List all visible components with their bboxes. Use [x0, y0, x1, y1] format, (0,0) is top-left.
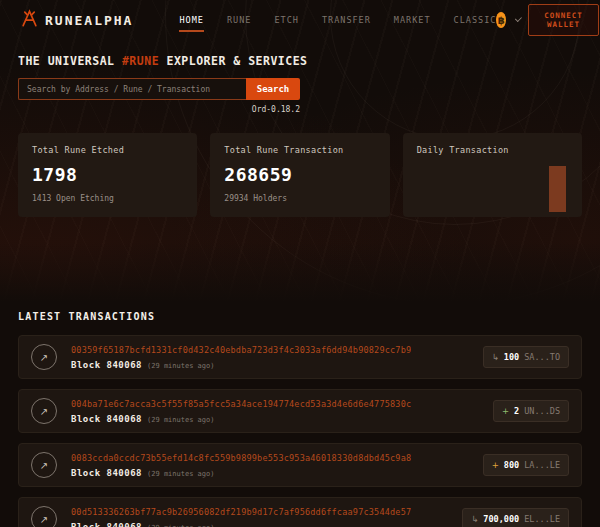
transfer-arrow-icon: ↳ [471, 514, 478, 524]
tx-rune-badge[interactable]: ↳ 700,000 EL...LE [462, 508, 569, 527]
navbar: RUNEALPHA HOME RUNE ETCH TRANSFER MARKET… [0, 0, 600, 40]
badge-amount: 100 [504, 352, 519, 362]
tx-info: 00d513336263bf77ac9b26956082df219b9d17c7… [71, 507, 411, 527]
arrow-up-right-icon: ↗ [40, 406, 48, 417]
stat-title: Daily Transaction [417, 145, 568, 155]
title-suffix: EXPLORER & SERVICES [159, 54, 307, 68]
tx-link-circle[interactable]: ↗ [31, 452, 57, 478]
arrow-up-right-icon: ↗ [40, 352, 48, 363]
badge-amount: 2 [514, 406, 519, 416]
arrow-up-right-icon: ↗ [40, 514, 48, 525]
ord-version-label: Ord-0.18.2 [18, 105, 300, 114]
stat-card-daily-transaction: Daily Transaction [403, 133, 582, 217]
title-prefix: THE UNIVERSAL [18, 54, 122, 68]
search-input[interactable] [18, 78, 246, 100]
tx-link-circle[interactable]: ↗ [31, 506, 57, 527]
transactions-list: ↗ 00359f65187bcfd1331cf0d432c40ebdba723d… [18, 335, 582, 527]
arrow-up-right-icon: ↗ [40, 460, 48, 471]
tx-rune-badge[interactable]: + 800 LA...LE [483, 454, 569, 476]
tx-hash[interactable]: 004ba71e6c7acca3c5f55f85a5fcc5a34ace1947… [71, 399, 411, 409]
stat-title: Total Rune Etched [32, 145, 183, 155]
nav-item-classic[interactable]: CLASSIC [454, 8, 497, 32]
tx-link-circle[interactable]: ↗ [31, 344, 57, 370]
title-highlight: #RUNE [122, 54, 159, 68]
nav-item-market[interactable]: MARKET [394, 8, 431, 32]
tx-time-ago: (29 minutes ago) [147, 416, 214, 424]
stat-card-total-rune-transaction: Total Rune Transaction 268659 29934 Hold… [210, 133, 389, 217]
brand-name: RUNEALPHA [45, 13, 133, 28]
tx-time-ago: (29 minutes ago) [147, 362, 214, 370]
stat-subtext: 29934 Holders [224, 194, 375, 203]
tx-meta: Block 840068 (29 minutes ago) [71, 414, 411, 424]
page-title: THE UNIVERSAL #RUNE EXPLORER & SERVICES [18, 54, 582, 68]
stat-value: 268659 [224, 164, 375, 185]
badge-rune-name: UN...DS [524, 406, 560, 416]
badge-rune-name: LA...LE [524, 460, 560, 470]
tx-rune-badge[interactable]: ↳ 100 SA...TO [483, 346, 569, 368]
nav-menu: HOME RUNE ETCH TRANSFER MARKET CLASSIC [179, 8, 496, 32]
texture-fade [0, 242, 600, 302]
tx-link-circle[interactable]: ↗ [31, 398, 57, 424]
latest-transactions-section: LATEST TRANSACTIONS ↗ 00359f65187bcfd133… [18, 311, 582, 527]
transaction-row[interactable]: ↗ 004ba71e6c7acca3c5f55f85a5fcc5a34ace19… [18, 389, 582, 433]
search-bar: Search [18, 78, 300, 100]
transfer-arrow-icon: ↳ [492, 352, 499, 362]
nav-item-etch[interactable]: ETCH [274, 8, 298, 32]
brand-logo[interactable]: RUNEALPHA [20, 9, 133, 32]
badge-rune-name: EL...LE [524, 514, 560, 524]
stat-title: Total Rune Transaction [224, 145, 375, 155]
connect-wallet-button[interactable]: CONNECT WALLET [528, 4, 599, 36]
nav-item-rune[interactable]: RUNE [227, 8, 251, 32]
runealpha-logo-icon [20, 9, 39, 32]
badge-amount: 800 [504, 460, 519, 470]
tx-meta: Block 840068 (29 minutes ago) [71, 468, 411, 478]
tx-rune-badge[interactable]: + 2 UN...DS [493, 400, 569, 422]
nav-item-home[interactable]: HOME [179, 8, 203, 32]
section-heading: LATEST TRANSACTIONS [18, 311, 582, 322]
tx-hash[interactable]: 00d513336263bf77ac9b26956082df219b9d17c7… [71, 507, 411, 517]
tx-hash[interactable]: 0083ccda0ccdc73b55efd14c8fc559b9899be553… [71, 453, 411, 463]
mint-plus-icon: + [492, 460, 499, 470]
tx-hash[interactable]: 00359f65187bcfd1331cf0d432c40ebdba723d3f… [71, 345, 411, 355]
bitcoin-icon[interactable]: ฿ [496, 12, 506, 28]
badge-rune-name: SA...TO [524, 352, 560, 362]
tx-time-ago: (29 minutes ago) [147, 470, 214, 478]
transaction-row[interactable]: ↗ 00359f65187bcfd1331cf0d432c40ebdba723d… [18, 335, 582, 379]
stat-subtext: 1413 Open Etching [32, 194, 183, 203]
stat-card-total-rune-etched: Total Rune Etched 1798 1413 Open Etching [18, 133, 197, 217]
tx-info: 004ba71e6c7acca3c5f55f85a5fcc5a34ace1947… [71, 399, 411, 424]
tx-block: Block 840068 [71, 360, 142, 370]
nav-right-cluster: ฿ CONNECT WALLET [496, 4, 599, 36]
tx-block: Block 840068 [71, 414, 142, 424]
nav-item-transfer[interactable]: TRANSFER [322, 8, 371, 32]
search-button[interactable]: Search [246, 78, 300, 100]
tx-block: Block 840068 [71, 522, 142, 527]
stats-row: Total Rune Etched 1798 1413 Open Etching… [18, 133, 582, 217]
transaction-row[interactable]: ↗ 0083ccda0ccdc73b55efd14c8fc559b9899be5… [18, 443, 582, 487]
transaction-row[interactable]: ↗ 00d513336263bf77ac9b26956082df219b9d17… [18, 497, 582, 527]
tx-time-ago: (29 minutes ago) [147, 524, 214, 527]
daily-transaction-bar [549, 166, 566, 212]
mint-plus-icon: + [502, 406, 509, 416]
tx-meta: Block 840068 (29 minutes ago) [71, 522, 411, 527]
stat-value: 1798 [32, 164, 183, 185]
tx-info: 00359f65187bcfd1331cf0d432c40ebdba723d3f… [71, 345, 411, 370]
chevron-down-icon[interactable] [515, 15, 522, 22]
tx-block: Block 840068 [71, 468, 142, 478]
tx-info: 0083ccda0ccdc73b55efd14c8fc559b9899be553… [71, 453, 411, 478]
tx-meta: Block 840068 (29 minutes ago) [71, 360, 411, 370]
hero-section: THE UNIVERSAL #RUNE EXPLORER & SERVICES … [0, 54, 600, 114]
badge-amount: 700,000 [483, 514, 519, 524]
